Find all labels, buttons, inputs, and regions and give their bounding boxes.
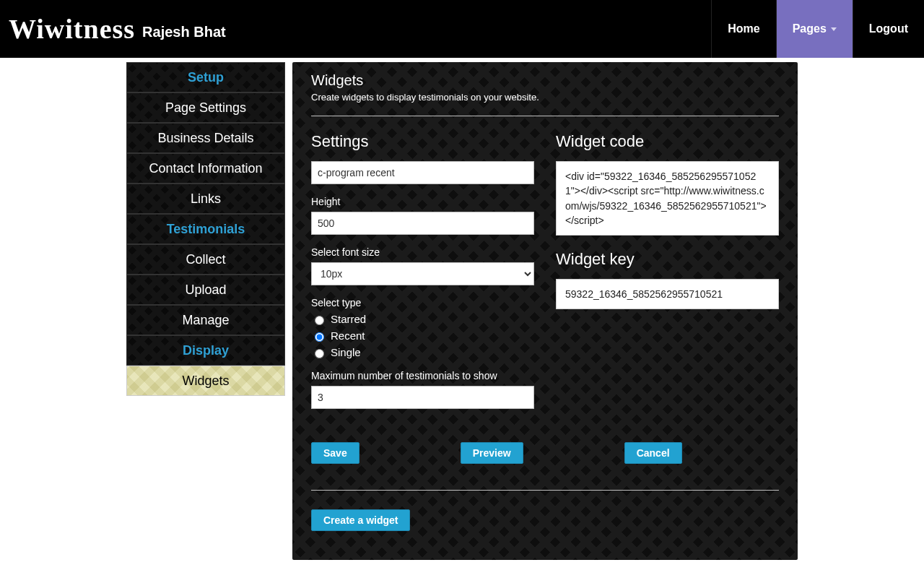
- type-radio-starred-label: Starred: [331, 313, 366, 325]
- widget-key-box[interactable]: 59322_16346_5852562955710521: [556, 279, 779, 309]
- sidebar-item-page-settings[interactable]: Page Settings: [126, 92, 285, 123]
- type-radio-recent[interactable]: [315, 332, 324, 342]
- topbar: Wiwitness Rajesh Bhat Home Pages Logout: [0, 0, 924, 58]
- app-logo: Wiwitness: [9, 13, 135, 45]
- sidebar-item-links[interactable]: Links: [126, 184, 285, 214]
- sidebar-item-manage[interactable]: Manage: [126, 305, 285, 335]
- chevron-down-icon: [831, 27, 837, 31]
- code-column: Widget code <div id="59322_16346_5852562…: [556, 132, 779, 409]
- sidebar-item-business-details[interactable]: Business Details: [126, 123, 285, 153]
- sidebar-item-collect[interactable]: Collect: [126, 244, 285, 275]
- sidebar-item-widgets[interactable]: Widgets: [126, 366, 285, 396]
- sidebar-item-contact-information[interactable]: Contact Information: [126, 153, 285, 184]
- type-radio-single-label: Single: [331, 346, 361, 358]
- height-input[interactable]: [311, 212, 534, 235]
- divider: [311, 116, 779, 116]
- settings-heading: Settings: [311, 132, 534, 151]
- type-radio-starred[interactable]: [315, 316, 324, 325]
- widget-name-input[interactable]: [311, 161, 534, 184]
- max-input[interactable]: [311, 386, 534, 409]
- widget-code-heading: Widget code: [556, 132, 779, 151]
- type-radio-single[interactable]: [315, 349, 324, 358]
- content-panel: Widgets Create widgets to display testim…: [292, 62, 798, 560]
- page-title: Widgets: [311, 72, 779, 89]
- nav-pages-label: Pages: [793, 22, 827, 35]
- widget-code-box[interactable]: <div id="59322_16346_5852562955710521"><…: [556, 161, 779, 236]
- widget-key-heading: Widget key: [556, 250, 779, 269]
- page-subtitle: Create widgets to display testimonials o…: [311, 92, 779, 103]
- sidebar-header-setup: Setup: [126, 62, 285, 92]
- create-widget-button[interactable]: Create a widget: [311, 509, 410, 531]
- height-label: Height: [311, 196, 534, 207]
- type-label: Select type: [311, 297, 534, 309]
- font-size-label: Select font size: [311, 246, 534, 258]
- preview-button[interactable]: Preview: [461, 442, 523, 464]
- max-label: Maximum number of testimonials to show: [311, 370, 534, 381]
- current-user: Rajesh Bhat: [142, 24, 226, 40]
- sidebar: Setup Page Settings Business Details Con…: [126, 62, 285, 560]
- divider: [311, 490, 779, 491]
- type-radio-recent-label: Recent: [331, 329, 365, 342]
- nav-logout[interactable]: Logout: [853, 0, 924, 58]
- settings-column: Settings Height Select font size 10px Se…: [311, 132, 534, 409]
- sidebar-header-testimonials: Testimonials: [126, 214, 285, 244]
- save-button[interactable]: Save: [311, 442, 359, 464]
- cancel-button[interactable]: Cancel: [624, 442, 682, 464]
- sidebar-item-upload[interactable]: Upload: [126, 275, 285, 305]
- sidebar-header-display: Display: [126, 335, 285, 366]
- nav-pages[interactable]: Pages: [776, 0, 853, 58]
- font-size-select[interactable]: 10px: [311, 262, 534, 285]
- nav-home[interactable]: Home: [711, 0, 775, 58]
